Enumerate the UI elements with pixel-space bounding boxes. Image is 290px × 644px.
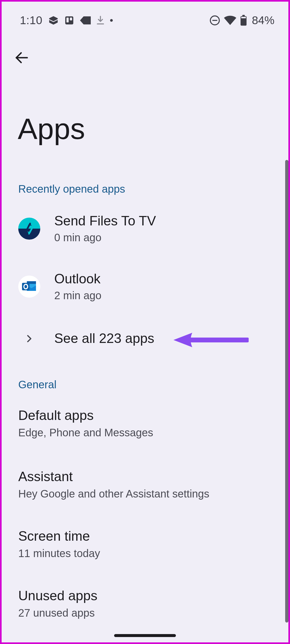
setting-assistant[interactable]: Assistant Hey Google and other Assistant… <box>2 469 288 501</box>
arrow-left-icon <box>15 50 29 65</box>
setting-sub: 27 unused apps <box>18 606 97 619</box>
box-icon <box>48 15 59 25</box>
scrollbar[interactable] <box>285 160 288 623</box>
svg-rect-1 <box>66 18 68 23</box>
setting-title: Default apps <box>18 408 153 423</box>
setting-default-apps[interactable]: Default apps Edge, Phone and Messages <box>2 407 288 440</box>
app-time: 0 min ago <box>54 231 156 244</box>
setting-sub: 11 minutes today <box>18 547 100 560</box>
app-name: Outlook <box>54 271 102 287</box>
dnd-icon <box>209 15 220 26</box>
dot-icon <box>110 19 113 22</box>
section-header-general: General <box>18 379 56 391</box>
app-icon-send-files <box>18 218 40 240</box>
status-left: 1:10 <box>20 14 113 27</box>
battery-icon <box>240 15 247 26</box>
svg-rect-6 <box>242 15 245 17</box>
setting-title: Assistant <box>18 469 209 485</box>
app-icon-outlook <box>18 276 40 298</box>
status-right: 84% <box>209 14 274 27</box>
see-all-label: See all 223 apps <box>54 331 154 346</box>
battery-percent: 84% <box>252 14 274 27</box>
download-icon <box>97 16 104 25</box>
svg-rect-7 <box>241 17 246 19</box>
setting-sub: Edge, Phone and Messages <box>18 426 153 439</box>
setting-sub: Hey Google and other Assistant settings <box>18 487 209 500</box>
nav-handle[interactable] <box>114 634 176 637</box>
page-title: Apps <box>18 112 85 146</box>
setting-title: Screen time <box>18 529 100 544</box>
back-button[interactable] <box>12 48 31 67</box>
setting-screen-time[interactable]: Screen time 11 minutes today <box>2 528 288 560</box>
apps-settings-screen: 1:10 84% <box>0 0 290 644</box>
status-time: 1:10 <box>20 14 42 27</box>
chevron-right-icon <box>18 328 40 350</box>
tag-icon <box>80 16 91 24</box>
setting-unused-apps[interactable]: Unused apps 27 unused apps <box>2 588 288 620</box>
section-header-recent: Recently opened apps <box>18 183 125 195</box>
wifi-icon <box>224 16 236 25</box>
recent-app-outlook[interactable]: Outlook 2 min ago <box>2 270 288 303</box>
see-all-apps[interactable]: See all 223 apps <box>2 327 288 350</box>
app-name: Send Files To TV <box>54 213 156 229</box>
recent-app-send-files[interactable]: Send Files To TV 0 min ago <box>2 213 288 245</box>
status-bar: 1:10 84% <box>2 12 288 28</box>
app-time: 2 min ago <box>54 289 102 302</box>
setting-title: Unused apps <box>18 588 97 604</box>
svg-rect-2 <box>70 18 72 21</box>
trello-icon <box>64 16 74 25</box>
